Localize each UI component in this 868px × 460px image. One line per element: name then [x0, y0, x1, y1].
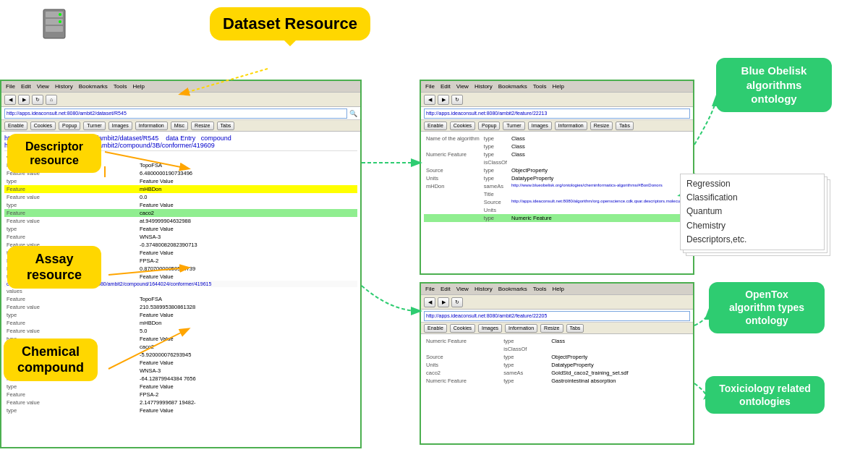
rb-links-bar: Enable Cookies Images Information Resize… [421, 323, 693, 334]
svg-rect-3 [46, 26, 63, 32]
forward-button[interactable]: ▶ [18, 95, 30, 105]
svg-point-5 [59, 20, 61, 23]
bubble-dataset: Dataset Resource [210, 7, 370, 41]
back-button[interactable]: ◀ [4, 95, 16, 105]
browser-nav-bar: ◀ ▶ ↻ ⌂ [1, 93, 360, 107]
turner-link[interactable]: Turner [83, 122, 105, 130]
server-icon [40, 6, 69, 42]
bubble-dataset-label: Dataset Resource [223, 14, 357, 33]
tabs-link[interactable]: Tabs [217, 122, 235, 130]
resize-link[interactable]: Resize [191, 122, 213, 130]
descriptors-list: RegressionClassificationQuantumChemistry… [686, 179, 746, 244]
svg-point-4 [59, 13, 61, 16]
bubble-opentox: OpenToxalgorithm typesontology [709, 282, 825, 333]
rb-address-input[interactable] [424, 311, 690, 321]
rb-reload-button[interactable]: ↻ [451, 297, 463, 307]
data-table-right-top: Name of the algorithmtypeClass typeClass… [424, 135, 693, 222]
bubble-opentox-label: OpenToxalgorithm typesontology [729, 289, 804, 326]
cookies-link[interactable]: Cookies [30, 122, 56, 130]
bubble-descriptor-label: Descriptorresource [25, 140, 83, 166]
bubble-toxiciology: Toxiciology relatedontologies [705, 376, 825, 414]
address-bar-row: 🔍 [1, 107, 360, 120]
links-bar: Enable Cookies Popup Turner Images Infor… [1, 120, 360, 132]
main-container: Dataset Resource File Edit View History … [0, 0, 868, 460]
stack-page-1: RegressionClassificationQuantumChemistry… [680, 174, 825, 250]
bubble-chemical: Chemicalcompound [4, 338, 98, 381]
data-table-right-bottom: Numeric FeaturetypeClass isClassOf Sourc… [424, 337, 690, 385]
rt-back-button[interactable]: ◀ [424, 95, 435, 105]
misc-link[interactable]: Misc [171, 122, 188, 130]
enable-link[interactable]: Enable [4, 122, 27, 130]
rb-menu-bar: File Edit View History Bookmarks Tools H… [421, 284, 693, 295]
rb-back-button[interactable]: ◀ [424, 297, 435, 307]
browser-menu-bar: File Edit View History Bookmarks Tools H… [1, 81, 360, 93]
rb-address-bar [421, 310, 693, 323]
bubble-assay-label: Assayresource [27, 252, 82, 282]
rt-links-bar: Enable Cookies Popup Turner Images Infor… [421, 120, 693, 132]
bubble-toxiciology-label: Toxiciology relatedontologies [719, 383, 811, 407]
rt-address-input[interactable] [424, 108, 690, 119]
bubble-descriptor: Descriptorresource [7, 134, 101, 173]
home-button[interactable]: ⌂ [46, 95, 57, 105]
browser-right-top: File Edit View History Bookmarks Tools H… [420, 80, 694, 275]
information-link[interactable]: Information [135, 122, 168, 130]
rt-nav-bar: ◀ ▶ ↻ [421, 93, 693, 107]
bubble-assay: Assayresource [7, 246, 101, 289]
browser-rb-content: Numeric FeaturetypeClass isClassOf Sourc… [421, 334, 693, 460]
bubble-blue-obelisk: Blue Obeliskalgorithmsontology [716, 58, 832, 112]
address-input[interactable] [4, 108, 347, 119]
bubble-blue-obelisk-label: Blue Obeliskalgorithmsontology [741, 64, 807, 105]
descriptors-stack: RegressionClassificationQuantumChemistry… [680, 174, 825, 250]
rt-reload-button[interactable]: ↻ [451, 95, 463, 105]
reload-button[interactable]: ↻ [32, 95, 43, 105]
rt-menu-bar: File Edit View History Bookmarks Tools H… [421, 81, 693, 93]
rb-nav-bar: ◀ ▶ ↻ [421, 295, 693, 310]
rt-address-bar [421, 107, 693, 120]
bubble-chemical-label: Chemicalcompound [17, 344, 84, 375]
browser-left-content: http://apps.ideaconsult.net:8080/ambit2/… [1, 132, 360, 460]
images-link[interactable]: Images [109, 122, 132, 130]
rb-forward-button[interactable]: ▶ [438, 297, 449, 307]
browser-right-bottom: File Edit View History Bookmarks Tools H… [420, 282, 694, 445]
rt-forward-button[interactable]: ▶ [438, 95, 449, 105]
popup-link[interactable]: Popup [59, 122, 80, 130]
